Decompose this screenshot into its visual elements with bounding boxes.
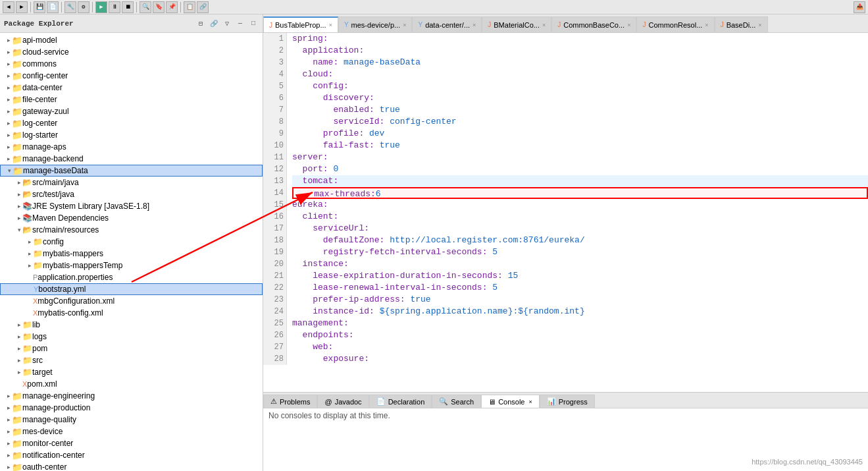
editor-tab-data-center[interactable]: Y data-center/... × bbox=[412, 16, 482, 32]
bottom-tab-close[interactable]: × bbox=[528, 399, 532, 405]
tree-item-manage-aps[interactable]: ▸ 📁 manage-aps bbox=[0, 141, 263, 153]
tree-item-src[interactable]: ▸ 📁 src bbox=[0, 354, 263, 366]
line-numbers: 1234567891011121314151617181920212223242… bbox=[263, 33, 287, 365]
toolbar-btn-1[interactable]: ◀ bbox=[3, 1, 14, 13]
toolbar-btn-11[interactable]: 🔖 bbox=[153, 1, 165, 13]
editor-tab-commonbase[interactable]: J CommonBaseCo... × bbox=[551, 16, 636, 32]
tree-label: cloud-service bbox=[22, 47, 69, 57]
tab-close-btn[interactable]: × bbox=[403, 22, 406, 28]
tree-item-bootstrap-yml[interactable]: Y bootstrap.yml bbox=[0, 283, 263, 295]
tree-item-manage-production[interactable]: ▸ 📁 manage-production bbox=[0, 402, 263, 414]
tab-close-btn[interactable]: × bbox=[329, 22, 332, 28]
tree-item-target[interactable]: ▸ 📁 target bbox=[0, 366, 263, 378]
bottom-tab-search[interactable]: 🔍 Search bbox=[432, 395, 481, 408]
tree-item-pom[interactable]: ▸ 📁 pom bbox=[0, 343, 263, 354]
bottom-tab-label-problems: Problems bbox=[280, 398, 310, 406]
bottom-tab-problems[interactable]: ⚠ Problems bbox=[263, 395, 317, 408]
tree-item-log-center[interactable]: ▸ 📁 log-center bbox=[0, 117, 263, 129]
bottom-tab-label-progress: Progress bbox=[559, 398, 588, 406]
minimize-btn[interactable]: — bbox=[235, 18, 245, 29]
tree-item-manage-backend[interactable]: ▸ 📁 manage-backend bbox=[0, 153, 263, 165]
editor-tab-commonresol[interactable]: J CommonResol... × bbox=[636, 16, 714, 32]
toolbar-btn-8[interactable]: ⏸ bbox=[109, 1, 120, 13]
bottom-tab-javadoc[interactable]: @ Javadoc bbox=[317, 395, 369, 408]
tree-item-src-test-java[interactable]: ▸ 📂 src/test/java bbox=[0, 188, 263, 200]
tab-close-btn[interactable]: × bbox=[627, 22, 630, 28]
tree-item-gateway-zuul[interactable]: ▸ 📁 gateway-zuul bbox=[0, 105, 263, 117]
tree-arrow: ▸ bbox=[5, 404, 12, 411]
tree-label: bootstrap.yml bbox=[38, 285, 86, 294]
tree-item-log-starter[interactable]: ▸ 📁 log-starter bbox=[0, 129, 263, 141]
tree-item-data-center[interactable]: ▸ 📁 data-center bbox=[0, 82, 263, 94]
tree-item-pom-xml[interactable]: X pom.xml bbox=[0, 378, 263, 390]
editor-tab-bus-table[interactable]: J BusTableProp... × bbox=[263, 16, 338, 32]
tab-icon: J bbox=[721, 21, 724, 28]
tree-item-commons[interactable]: ▸ 📁 commons bbox=[0, 58, 263, 70]
tree-item-mes-device[interactable]: ▸ 📁 mes-device bbox=[0, 426, 263, 437]
no-console-message: No consoles to display at this time. bbox=[268, 411, 390, 420]
tree-item-jre-system[interactable]: ▸ 📚 JRE System Library [JavaSE-1.8] bbox=[0, 200, 263, 212]
link-with-editor-btn[interactable]: 🔗 bbox=[209, 18, 219, 29]
toolbar-btn-9[interactable]: ⏹ bbox=[122, 1, 134, 13]
tree-item-logs[interactable]: ▸ 📁 logs bbox=[0, 331, 263, 343]
tree-item-cloud-service[interactable]: ▸ 📁 cloud-service bbox=[0, 46, 263, 58]
bottom-tab-declaration[interactable]: 📄 Declaration bbox=[369, 395, 432, 408]
code-line-25: management: bbox=[292, 318, 868, 329]
tree-item-monitor-center[interactable]: ▸ 📁 monitor-center bbox=[0, 437, 263, 449]
bottom-tab-label-declaration: Declaration bbox=[388, 398, 425, 406]
editor-tab-mes-device[interactable]: Y mes-device/p... × bbox=[338, 16, 413, 32]
toolbar-btn-12[interactable]: 📌 bbox=[166, 1, 178, 13]
tree-item-manage-baseData[interactable]: ▾ 📁 manage-baseData bbox=[0, 165, 263, 177]
tree-item-manage-engineering[interactable]: ▸ 📁 manage-engineering bbox=[0, 390, 263, 402]
tab-close-btn[interactable]: × bbox=[542, 22, 546, 28]
toolbar-btn-4[interactable]: 📄 bbox=[47, 1, 59, 13]
bottom-tab-icon-problems: ⚠ bbox=[270, 397, 277, 406]
collapse-all-btn[interactable]: ⊟ bbox=[195, 18, 206, 29]
tree-item-src-main-java[interactable]: ▸ 📂 src/main/java bbox=[0, 177, 263, 188]
package-explorer-header: Package Explorer ⊟ 🔗 ▽ — □ bbox=[0, 14, 263, 33]
toolbar-btn-6[interactable]: ⚙ bbox=[78, 1, 89, 13]
tree-item-notification-center[interactable]: ▸ 📁 notification-center bbox=[0, 449, 263, 461]
editor-tab-basedi[interactable]: J BaseDi... × bbox=[715, 16, 768, 32]
line-number-6: 6 bbox=[263, 92, 284, 104]
toolbar-btn-13[interactable]: 📋 bbox=[184, 1, 195, 13]
tab-close-btn[interactable]: × bbox=[705, 22, 708, 28]
tree-item-src-main-resources[interactable]: ▾ 📂 src/main/resources bbox=[0, 224, 263, 236]
maximize-btn[interactable]: □ bbox=[248, 18, 259, 29]
line-number-24: 24 bbox=[263, 306, 284, 318]
tab-close-btn[interactable]: × bbox=[758, 22, 761, 28]
view-menu-btn[interactable]: ▽ bbox=[222, 18, 232, 29]
tab-close-btn[interactable]: × bbox=[472, 22, 476, 28]
tree-item-mbgConfiguration-xml[interactable]: X mbgConfiguration.xml bbox=[0, 295, 263, 307]
code-line-3: name: manage-baseData bbox=[292, 57, 868, 69]
tree-item-mybatis-mappers[interactable]: ▸ 📁 mybatis-mappers bbox=[0, 248, 263, 260]
toolbar-btn-3[interactable]: 💾 bbox=[34, 1, 45, 13]
tree-label: log-starter bbox=[22, 130, 58, 140]
tree-item-config[interactable]: ▸ 📁 config bbox=[0, 236, 263, 248]
toolbar-btn-15[interactable]: 📤 bbox=[854, 1, 865, 13]
bottom-tab-icon-javadoc: @ bbox=[324, 398, 332, 406]
toolbar-btn-5[interactable]: 🔧 bbox=[64, 1, 76, 13]
tab-label: CommonBaseCo... bbox=[563, 21, 625, 29]
tree-item-oauth-center[interactable]: ▸ 📁 oauth-center bbox=[0, 461, 263, 471]
tree-item-mybatis-config-xml[interactable]: X mybatis-config.xml bbox=[0, 307, 263, 319]
tree-item-mybatis-mappersTemp[interactable]: ▸ 📁 mybatis-mappersTemp bbox=[0, 260, 263, 271]
tree-item-maven-deps[interactable]: ▸ 📚 Maven Dependencies bbox=[0, 212, 263, 224]
bottom-tab-progress[interactable]: 📊 Progress bbox=[540, 395, 595, 408]
tree-item-application-properties[interactable]: P application.properties bbox=[0, 271, 263, 283]
tree-item-file-center[interactable]: ▸ 📁 file-center bbox=[0, 94, 263, 105]
tree-arrow: ▸ bbox=[5, 72, 12, 79]
bottom-tab-console[interactable]: 🖥 Console × bbox=[481, 395, 540, 408]
tree-item-api-model[interactable]: ▸ 📁 api-model bbox=[0, 34, 263, 46]
code-line-14: max-threads:6 bbox=[292, 187, 868, 199]
toolbar-btn-2[interactable]: ▶ bbox=[16, 1, 28, 13]
toolbar-btn-7[interactable]: ▶ bbox=[95, 1, 107, 13]
code-lines[interactable]: spring: application: name: manage-baseDa… bbox=[287, 33, 868, 365]
toolbar-btn-10[interactable]: 🔍 bbox=[140, 1, 151, 13]
tree-item-lib[interactable]: ▸ 📁 lib bbox=[0, 319, 263, 331]
toolbar-btn-14[interactable]: 🔗 bbox=[197, 1, 209, 13]
tree-item-config-center[interactable]: ▸ 📁 config-center bbox=[0, 70, 263, 82]
code-editor[interactable]: 1234567891011121314151617181920212223242… bbox=[263, 33, 868, 392]
editor-tab-bmaterial[interactable]: J BMaterialCo... × bbox=[482, 16, 551, 32]
tree-item-manage-quality[interactable]: ▸ 📁 manage-quality bbox=[0, 414, 263, 426]
